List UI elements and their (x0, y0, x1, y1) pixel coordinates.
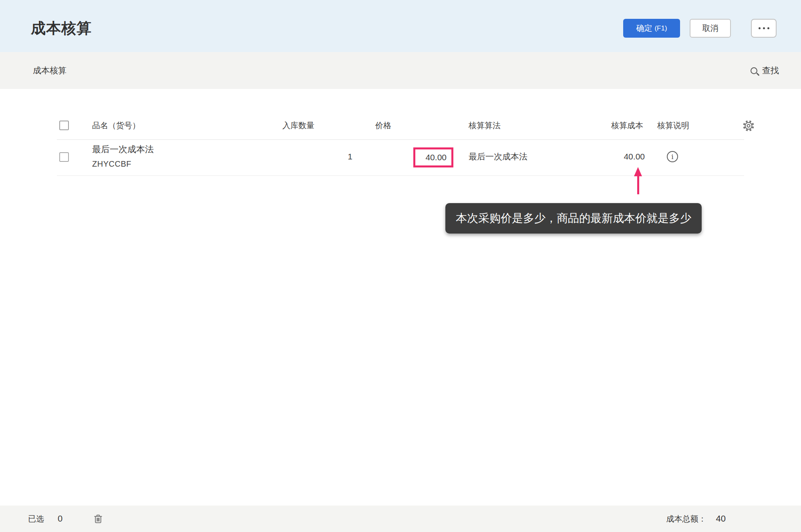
selected-count: 0 (58, 514, 62, 524)
footer-total-group: 成本总额： 40 (666, 506, 726, 532)
delete-button[interactable] (92, 513, 104, 525)
col-header-qty: 入库数量 (282, 121, 314, 130)
confirm-button-label: 确定 (636, 23, 652, 34)
arrow-head (634, 167, 642, 176)
info-icon[interactable] (667, 151, 678, 162)
total-cost-label: 成本总额： (666, 514, 706, 524)
gear-icon (743, 120, 755, 132)
confirm-button-hotkey: (F1) (654, 24, 667, 32)
trash-icon (92, 513, 104, 525)
row-cost: 40.00 (601, 152, 645, 161)
col-header-price: 价格 (375, 121, 391, 130)
selected-label: 已选 (28, 514, 44, 524)
col-header-note: 核算说明 (657, 121, 689, 130)
cost-accounting-screen: 成本核算 确定 (F1) 取消 成本核算 查找 品名（货号） 入库数量 价格 核… (0, 0, 801, 532)
ellipsis-icon (767, 27, 769, 29)
col-header-algorithm: 核算算法 (469, 121, 501, 130)
row-product-sku: ZHYCCBF (92, 159, 131, 168)
table-header-divider (57, 139, 744, 140)
annotation-tooltip: 本次采购价是多少，商品的最新成本价就是多少 (445, 203, 702, 234)
row-qty: 1 (292, 152, 352, 161)
row-algorithm: 最后一次成本法 (469, 152, 527, 161)
search-icon (751, 67, 757, 74)
cancel-button-label: 取消 (702, 23, 718, 34)
more-options-button[interactable] (751, 19, 777, 38)
select-all-checkbox[interactable] (59, 121, 69, 130)
row-product-name: 最后一次成本法 (92, 145, 154, 154)
col-header-cost: 核算成本 (611, 121, 643, 130)
footer-selection-group: 已选 0 (28, 506, 104, 532)
col-header-name: 品名（货号） (92, 121, 140, 130)
search-button[interactable]: 查找 (751, 52, 779, 89)
ellipsis-icon (763, 27, 765, 29)
toolbar: 成本核算 查找 (0, 52, 801, 89)
row-checkbox[interactable] (59, 152, 69, 162)
column-settings-button[interactable] (743, 120, 755, 132)
footer-bar: 已选 0 成本总额： 40 (0, 506, 801, 532)
toolbar-title: 成本核算 (33, 52, 66, 89)
total-cost-value: 40 (716, 514, 726, 524)
row-price-field[interactable]: 40.00 (413, 147, 453, 167)
search-label: 查找 (762, 65, 779, 76)
annotation-arrow-icon (633, 167, 643, 194)
ellipsis-icon (759, 27, 761, 29)
confirm-button[interactable]: 确定 (F1) (623, 19, 680, 38)
page-title: 成本核算 (31, 18, 92, 38)
arrow-tail (637, 176, 639, 194)
cancel-button[interactable]: 取消 (690, 19, 731, 38)
app-header: 成本核算 确定 (F1) 取消 (0, 0, 801, 52)
row-price-value: 40.00 (425, 153, 447, 162)
